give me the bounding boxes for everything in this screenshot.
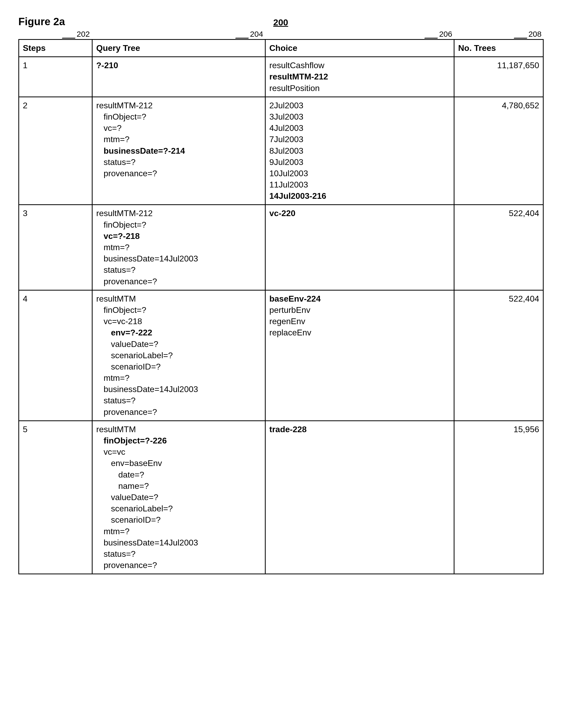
text-line: replaceEnv — [269, 327, 450, 338]
cell-query-tree: ?-210 — [92, 57, 265, 97]
text-line: env=?-222 — [96, 327, 261, 338]
text-line: finObject=? — [96, 111, 261, 122]
text-line: date=? — [96, 469, 261, 480]
text-line: mtm=? — [96, 242, 261, 253]
text-line: vc-220 — [269, 208, 450, 219]
cell-no-trees: 11,187,650 — [454, 57, 543, 97]
text-line: baseEnv-224 — [269, 293, 450, 304]
text-line: vc=vc — [96, 446, 261, 458]
query-steps-table: Steps Query Tree Choice No. Trees 1?-210… — [18, 39, 544, 574]
text-line: finObject=? — [96, 304, 261, 316]
text-line: scenarioLabel=? — [96, 350, 261, 361]
text-line: businessDate=14Jul2003 — [96, 384, 261, 395]
text-line: businessDate=14Jul2003 — [96, 253, 261, 264]
text-line: resultMTM-212 — [269, 71, 450, 82]
cell-no-trees: 522,404 — [454, 205, 543, 290]
cell-query-tree: resultMTMfinObject=?-226vc=vcenv=baseEnv… — [92, 421, 265, 574]
text-line: status=? — [96, 157, 261, 168]
cell-step: 3 — [19, 205, 92, 290]
header-choice: Choice — [265, 40, 454, 57]
text-line: provenance=? — [96, 406, 261, 418]
text-line: 10Jul2003 — [269, 168, 450, 179]
text-line: status=? — [96, 395, 261, 406]
cell-no-trees: 15,956 — [454, 421, 543, 574]
text-line: status=? — [96, 548, 261, 560]
table-row: 3resultMTM-212finObject=?vc=?-218mtm=?bu… — [19, 205, 543, 290]
tick-icon — [235, 33, 252, 39]
cell-query-tree: resultMTMfinObject=?vc=vc-218env=?-222va… — [92, 290, 265, 421]
text-line: vc=vc-218 — [96, 316, 261, 327]
text-line: mtm=? — [96, 526, 261, 537]
col-ref-steps: 202 — [77, 30, 90, 39]
tick-icon — [424, 33, 441, 39]
text-line: resultMTM — [96, 424, 261, 435]
text-line: regenEnv — [269, 316, 450, 327]
cell-step: 2 — [19, 97, 92, 205]
text-line: scenarioID=? — [96, 361, 261, 372]
text-line: 11Jul2003 — [269, 179, 450, 190]
text-line: resultMTM-212 — [96, 208, 261, 219]
tick-icon — [62, 33, 78, 39]
text-line: ?-210 — [96, 60, 261, 71]
text-line: status=? — [96, 264, 261, 276]
table-row: 5resultMTMfinObject=?-226vc=vcenv=baseEn… — [19, 421, 543, 574]
cell-step: 1 — [19, 57, 92, 97]
text-line: 4Jul2003 — [269, 122, 450, 134]
text-line: finObject=? — [96, 219, 261, 231]
text-line: scenarioLabel=? — [96, 503, 261, 514]
text-line: provenance=? — [96, 168, 261, 179]
col-ref-query: 204 — [250, 30, 263, 39]
text-line: valueDate=? — [96, 492, 261, 503]
text-line: provenance=? — [96, 560, 261, 571]
text-line: vc=? — [96, 122, 261, 134]
text-line: trade-228 — [269, 424, 450, 435]
text-line: env=baseEnv — [96, 458, 261, 469]
text-line: resultPosition — [269, 83, 450, 94]
cell-query-tree: resultMTM-212finObject=?vc=?-218mtm=?bus… — [92, 205, 265, 290]
text-line: vc=?-218 — [96, 231, 261, 242]
column-reference-labels: 202 204 206 208 — [18, 30, 544, 39]
text-line: resultMTM — [96, 293, 261, 304]
text-line: businessDate=14Jul2003 — [96, 537, 261, 548]
text-line: businessDate=?-214 — [96, 145, 261, 157]
table-row: 2resultMTM-212finObject=?vc=?mtm=?busine… — [19, 97, 543, 205]
text-line: resultMTM-212 — [96, 100, 261, 111]
cell-choice: resultCashflowresultMTM-212resultPositio… — [265, 57, 454, 97]
cell-no-trees: 4,780,652 — [454, 97, 543, 205]
text-line: provenance=? — [96, 276, 261, 287]
text-line: valueDate=? — [96, 339, 261, 350]
header-steps: Steps — [19, 40, 92, 57]
text-line: mtm=? — [96, 134, 261, 145]
text-line: finObject=?-226 — [96, 435, 261, 446]
table-row: 1?-210resultCashflowresultMTM-212resultP… — [19, 57, 543, 97]
cell-step: 5 — [19, 421, 92, 574]
text-line: 14Jul2003-216 — [269, 190, 450, 202]
figure-number: 200 — [273, 17, 288, 28]
tick-icon — [514, 33, 530, 39]
text-line: 7Jul2003 — [269, 134, 450, 145]
text-line: 9Jul2003 — [269, 157, 450, 168]
header-query: Query Tree — [92, 40, 265, 57]
text-line: perturbEnv — [269, 304, 450, 316]
cell-step: 4 — [19, 290, 92, 421]
cell-no-trees: 522,404 — [454, 290, 543, 421]
text-line: resultCashflow — [269, 60, 450, 71]
figure-title: Figure 2a — [18, 16, 65, 28]
cell-choice: trade-228 — [265, 421, 454, 574]
text-line: scenarioID=? — [96, 514, 261, 526]
header-trees: No. Trees — [454, 40, 543, 57]
text-line: 2Jul2003 — [269, 100, 450, 111]
cell-choice: vc-220 — [265, 205, 454, 290]
cell-choice: baseEnv-224perturbEnvregenEnvreplaceEnv — [265, 290, 454, 421]
table-row: 4resultMTMfinObject=?vc=vc-218env=?-222v… — [19, 290, 543, 421]
text-line: mtm=? — [96, 372, 261, 384]
cell-choice: 2Jul20033Jul20034Jul20037Jul20038Jul2003… — [265, 97, 454, 205]
col-ref-choice: 206 — [439, 30, 452, 39]
text-line: 8Jul2003 — [269, 145, 450, 157]
text-line: name=? — [96, 480, 261, 492]
col-ref-trees: 208 — [528, 30, 542, 39]
text-line: 3Jul2003 — [269, 111, 450, 122]
cell-query-tree: resultMTM-212finObject=?vc=?mtm=?busines… — [92, 97, 265, 205]
